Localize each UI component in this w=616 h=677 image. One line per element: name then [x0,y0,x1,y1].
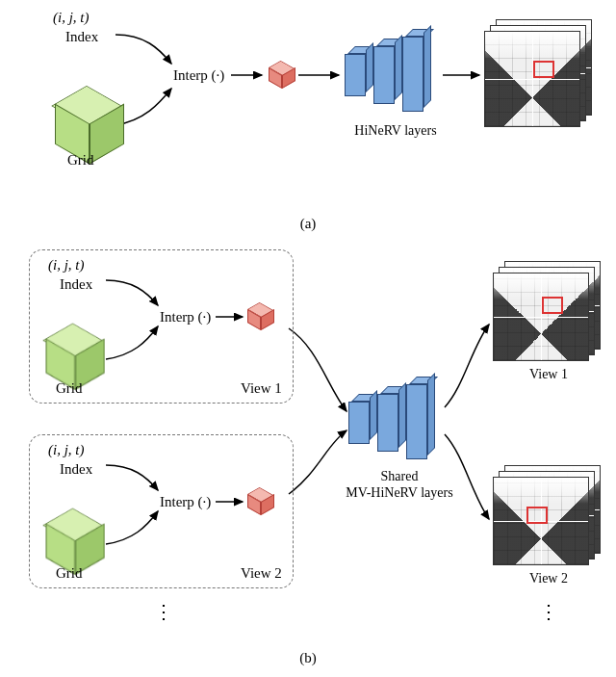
v1-interp-label: Interp (·) [160,309,211,325]
grid-cube [58,96,116,154]
v1-grid-label: Grid [56,380,83,397]
interp-label: Interp (·) [173,67,224,84]
index-label: Index [65,29,98,45]
feature-tensor [270,65,295,87]
panel-a: (i, j, t) Index Grid Interp (·) HiNeRV l… [0,0,616,212]
panel-b-caption: (b) [0,650,616,666]
v1-index-label: Index [60,276,92,293]
v2-tensor [248,492,273,513]
shared-net-label: Shared MV-HiNeRV layers [337,469,462,502]
panel-b: (i, j, t) Index Grid Interp (·) View 1 (… [0,242,616,646]
v2-grid-label: Grid [56,565,83,582]
out1-label: View 1 [520,367,578,383]
v1-grid-cube [48,332,97,381]
v2-index-expr: (i, j, t) [48,442,85,458]
right-vdots: ⋮ [539,600,558,623]
v2-interp-label: Interp (·) [160,494,211,510]
v2-index-label: Index [60,461,92,478]
grid-label: Grid [67,152,94,169]
net-label: HiNeRV layers [343,123,449,140]
v1-view-label: View 1 [241,380,282,397]
v1-index-expr: (i, j, t) [48,257,85,273]
index-expr: (i, j, t) [53,10,90,26]
v2-view-label: View 2 [241,565,282,582]
left-vdots: ⋮ [154,600,173,623]
v2-grid-cube [48,517,97,566]
panel-a-caption: (a) [0,216,616,232]
out2-label: View 2 [520,571,578,587]
v1-tensor [248,307,273,328]
